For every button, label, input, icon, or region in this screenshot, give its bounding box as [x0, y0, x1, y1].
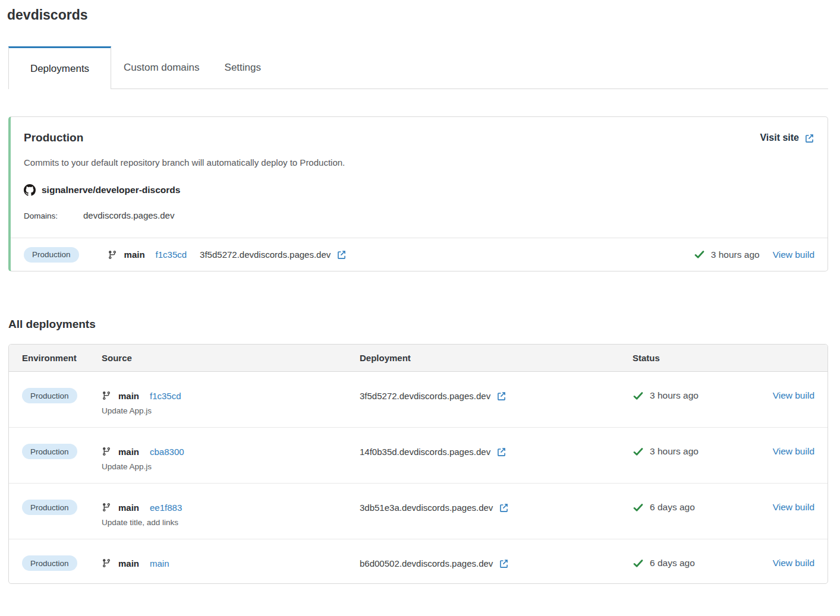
- tab-bar: Deployments Custom domains Settings: [8, 46, 828, 89]
- deployment-cell: 3db51e3a.devdiscords.pages.dev: [360, 484, 633, 527]
- actions-cell: View build: [763, 484, 814, 527]
- commit-link[interactable]: main: [150, 558, 169, 568]
- git-branch-icon: [102, 391, 111, 400]
- environment-badge: Production: [22, 444, 77, 459]
- external-link-icon: [336, 249, 347, 260]
- visit-site-link[interactable]: Visit site: [760, 132, 814, 143]
- production-card-title: Production: [24, 131, 83, 144]
- external-link-icon: [804, 133, 814, 143]
- tab-deployments[interactable]: Deployments: [8, 46, 111, 89]
- commit-link[interactable]: f1c35cd: [156, 249, 187, 260]
- environment-cell: Production: [22, 539, 102, 583]
- all-deployments-title: All deployments: [8, 318, 828, 331]
- actions-cell: View build: [763, 428, 814, 472]
- environment-badge: Production: [24, 247, 79, 263]
- git-branch-icon: [102, 558, 111, 568]
- git-branch-icon: [102, 447, 111, 456]
- deployments-table: Environment Source Deployment Status Pro…: [8, 344, 828, 584]
- check-icon: [633, 446, 644, 457]
- source-cell: main f1c35cd Update App.js: [102, 372, 360, 427]
- column-header-environment: Environment: [22, 353, 102, 363]
- tab-settings[interactable]: Settings: [212, 46, 273, 89]
- environment-cell: Production: [22, 428, 102, 472]
- status-time: 3 hours ago: [650, 446, 699, 457]
- deployment-url-external-link[interactable]: [496, 447, 506, 457]
- status-cell: 6 days ago: [633, 539, 763, 583]
- check-icon: [633, 558, 644, 569]
- status-cell: 6 days ago: [633, 484, 763, 527]
- view-build-link[interactable]: View build: [773, 249, 814, 260]
- column-header-deployment: Deployment: [360, 353, 633, 363]
- branch-name: main: [118, 558, 139, 568]
- check-icon: [633, 502, 644, 513]
- repo-line: signalnerve/developer-discords: [24, 184, 814, 196]
- external-link-icon: [499, 503, 509, 513]
- commit-link[interactable]: ee1f883: [150, 503, 182, 513]
- actions-cell: View build: [763, 372, 814, 416]
- commit-link[interactable]: cba8300: [150, 447, 184, 457]
- environment-badge: Production: [22, 388, 77, 403]
- commit-link[interactable]: f1c35cd: [150, 391, 181, 401]
- commit-message: Update App.js: [102, 406, 360, 415]
- column-header-status: Status: [633, 353, 763, 363]
- page-root: devdiscords Deployments Custom domains S…: [0, 0, 840, 584]
- external-link-icon: [499, 558, 509, 568]
- deployment-cell: 14f0b35d.devdiscords.pages.dev: [360, 428, 633, 472]
- production-card: Production Visit site Commits to your de…: [8, 116, 828, 271]
- deployment-url-external-link[interactable]: [499, 558, 509, 568]
- environment-cell: Production: [22, 372, 102, 416]
- deployment-url: b6d00502.devdiscords.pages.dev: [360, 558, 493, 568]
- commit-message: Update App.js: [102, 462, 360, 471]
- deployment-url: 3f5d5272.devdiscords.pages.dev: [200, 249, 331, 260]
- view-build-link[interactable]: View build: [773, 558, 814, 568]
- environment-badge: Production: [22, 500, 77, 515]
- check-icon: [633, 390, 644, 402]
- table-header-row: Environment Source Deployment Status: [9, 345, 828, 372]
- visit-site-label: Visit site: [760, 132, 799, 143]
- view-build-link[interactable]: View build: [773, 502, 814, 513]
- environment-cell: Production: [22, 484, 102, 527]
- page-title: devdiscords: [7, 7, 828, 23]
- deployment-url-external-link[interactable]: [499, 503, 509, 513]
- source-group: main f1c35cd: [108, 249, 187, 260]
- domains-value: devdiscords.pages.dev: [83, 210, 174, 220]
- table-row: Production main f1c35cd Update App.js 3f…: [9, 372, 828, 428]
- view-build-link[interactable]: View build: [773, 390, 814, 401]
- branch-name: main: [118, 447, 139, 457]
- view-build-link[interactable]: View build: [773, 446, 814, 457]
- deployment-url-external-link[interactable]: [496, 391, 506, 401]
- source-cell: main ee1f883 Update title, add links: [102, 484, 360, 539]
- check-icon: [694, 249, 705, 260]
- deployment-url: 3db51e3a.devdiscords.pages.dev: [360, 503, 493, 513]
- git-branch-icon: [108, 250, 117, 260]
- status-cell: 3 hours ago: [633, 428, 763, 472]
- branch-name: main: [118, 391, 139, 401]
- status-time: 3 hours ago: [650, 390, 699, 401]
- environment-badge: Production: [22, 555, 77, 571]
- domains-line: Domains: devdiscords.pages.dev: [24, 210, 814, 220]
- tab-custom-domains[interactable]: Custom domains: [111, 46, 212, 89]
- status-cell: 3 hours ago: [633, 372, 763, 416]
- deployment-url-external-link[interactable]: [336, 249, 347, 260]
- external-link-icon: [496, 447, 506, 457]
- domains-label: Domains:: [24, 211, 58, 220]
- deployment-url: 14f0b35d.devdiscords.pages.dev: [360, 447, 490, 457]
- deployment-cell: b6d00502.devdiscords.pages.dev: [360, 539, 633, 583]
- table-row: Production main main b6d00502.devdiscord…: [9, 539, 828, 583]
- branch-name: main: [124, 249, 145, 260]
- github-icon: [24, 184, 36, 196]
- status-time: 6 days ago: [650, 558, 695, 568]
- status-time: 3 hours ago: [711, 249, 760, 260]
- status-time: 6 days ago: [650, 502, 695, 513]
- table-row: Production main ee1f883 Update title, ad…: [9, 484, 828, 539]
- commit-message: Update title, add links: [102, 518, 360, 527]
- deployment-url-group: 3f5d5272.devdiscords.pages.dev: [200, 249, 347, 260]
- production-deployment-row: Production main f1c35cd 3f5d5272.devdisc…: [11, 238, 828, 271]
- source-cell: main main: [102, 539, 360, 583]
- actions-cell: View build: [763, 539, 814, 583]
- column-header-source: Source: [102, 353, 360, 363]
- branch-name: main: [118, 503, 139, 513]
- status-group: 3 hours ago View build: [694, 249, 814, 260]
- deployment-cell: 3f5d5272.devdiscords.pages.dev: [360, 372, 633, 416]
- deployment-url: 3f5d5272.devdiscords.pages.dev: [360, 391, 490, 401]
